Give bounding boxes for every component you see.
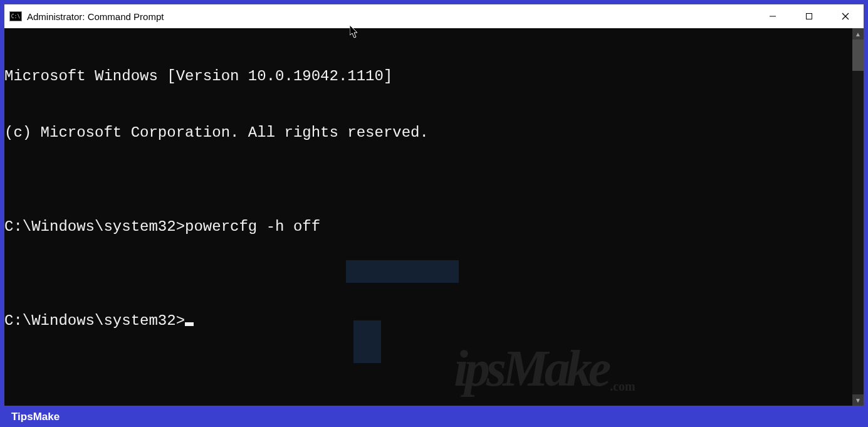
terminal-prompt-line: C:\Windows\system32> [4, 312, 852, 330]
footer-brand-label: TipsMake [11, 411, 60, 423]
scroll-down-arrow-icon[interactable]: ▼ [852, 394, 864, 406]
terminal-output[interactable]: Microsoft Windows [Version 10.0.19042.11… [4, 28, 852, 406]
titlebar[interactable]: C:\ Administrator: Command Prompt [4, 4, 864, 28]
maximize-button[interactable] [791, 4, 827, 28]
terminal-line: (c) Microsoft Corporation. All rights re… [4, 124, 852, 142]
terminal-cursor [185, 322, 194, 326]
terminal-line: C:\Windows\system32>powercfg -h off [4, 218, 852, 236]
svg-line-3 [842, 13, 849, 19]
scroll-up-arrow-icon[interactable]: ▲ [852, 28, 864, 40]
window-title: Administrator: Command Prompt [27, 11, 755, 22]
minimize-button[interactable] [755, 4, 791, 28]
footer-bar: TipsMake [0, 406, 868, 427]
terminal-prompt: C:\Windows\system32> [4, 312, 185, 329]
close-button[interactable] [827, 4, 864, 28]
svg-line-2 [842, 13, 849, 19]
command-prompt-window: C:\ Administrator: Command Prompt Micros… [4, 4, 864, 406]
vertical-scrollbar[interactable]: ▲ ▼ [852, 28, 864, 406]
terminal-line: Microsoft Windows [Version 10.0.19042.11… [4, 67, 852, 86]
scroll-thumb[interactable] [852, 40, 864, 71]
scroll-track[interactable] [852, 40, 864, 394]
window-controls [755, 4, 864, 28]
cmd-icon: C:\ [9, 11, 22, 21]
terminal-container: Microsoft Windows [Version 10.0.19042.11… [4, 28, 864, 406]
svg-rect-1 [807, 14, 812, 19]
